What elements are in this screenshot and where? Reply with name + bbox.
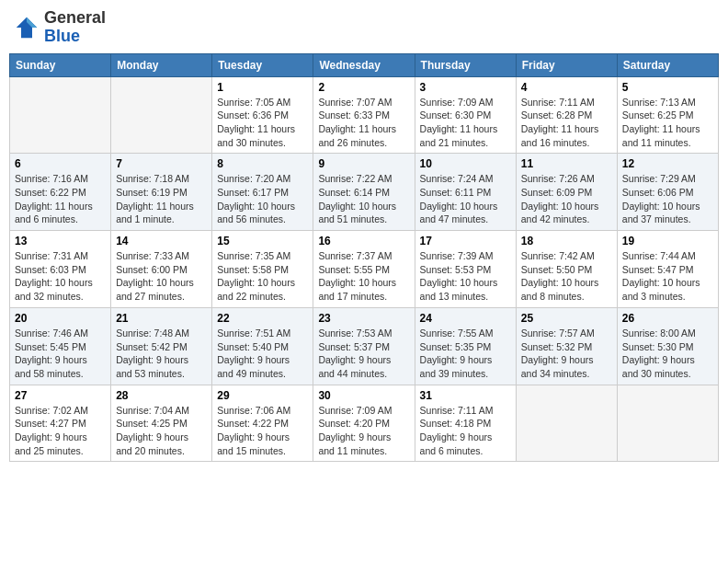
- logo-general: General: [44, 8, 106, 27]
- day-info: Sunrise: 7:24 AM Sunset: 6:11 PM Dayligh…: [420, 172, 511, 226]
- calendar-week-row: 27Sunrise: 7:02 AM Sunset: 4:27 PM Dayli…: [10, 385, 719, 462]
- day-number: 21: [116, 312, 207, 325]
- day-header-thursday: Thursday: [415, 53, 516, 76]
- calendar-header-row: SundayMondayTuesdayWednesdayThursdayFrid…: [10, 53, 719, 76]
- day-number: 24: [420, 312, 511, 325]
- day-number: 19: [622, 235, 713, 247]
- day-info: Sunrise: 7:35 AM Sunset: 5:58 PM Dayligh…: [217, 249, 308, 304]
- calendar-week-row: 6Sunrise: 7:16 AM Sunset: 6:22 PM Daylig…: [10, 154, 719, 231]
- day-info: Sunrise: 7:18 AM Sunset: 6:19 PM Dayligh…: [116, 172, 207, 226]
- calendar-cell: 18Sunrise: 7:42 AM Sunset: 5:50 PM Dayli…: [516, 231, 617, 308]
- day-info: Sunrise: 7:11 AM Sunset: 6:28 PM Dayligh…: [521, 96, 612, 150]
- day-info: Sunrise: 7:33 AM Sunset: 6:00 PM Dayligh…: [116, 249, 207, 304]
- day-info: Sunrise: 8:00 AM Sunset: 5:30 PM Dayligh…: [622, 327, 713, 381]
- calendar-cell: 19Sunrise: 7:44 AM Sunset: 5:47 PM Dayli…: [617, 231, 718, 308]
- calendar-cell: 10Sunrise: 7:24 AM Sunset: 6:11 PM Dayli…: [415, 154, 516, 231]
- day-number: 4: [521, 81, 612, 94]
- day-number: 30: [318, 389, 409, 402]
- calendar-week-row: 1Sunrise: 7:05 AM Sunset: 6:36 PM Daylig…: [10, 76, 719, 154]
- day-info: Sunrise: 7:22 AM Sunset: 6:14 PM Dayligh…: [318, 172, 409, 226]
- calendar-cell: 8Sunrise: 7:20 AM Sunset: 6:17 PM Daylig…: [212, 154, 313, 231]
- day-number: 2: [318, 81, 409, 94]
- day-info: Sunrise: 7:06 AM Sunset: 4:22 PM Dayligh…: [217, 404, 308, 458]
- day-number: 16: [318, 235, 409, 247]
- logo-icon: [13, 14, 40, 41]
- day-number: 11: [521, 157, 612, 170]
- day-header-wednesday: Wednesday: [313, 53, 415, 76]
- day-info: Sunrise: 7:05 AM Sunset: 6:36 PM Dayligh…: [217, 96, 308, 150]
- calendar-cell: 13Sunrise: 7:31 AM Sunset: 6:03 PM Dayli…: [10, 231, 111, 308]
- day-info: Sunrise: 7:42 AM Sunset: 5:50 PM Dayligh…: [521, 249, 612, 304]
- logo: General Blue: [13, 9, 106, 46]
- day-info: Sunrise: 7:11 AM Sunset: 4:18 PM Dayligh…: [420, 404, 511, 458]
- day-number: 3: [420, 81, 511, 94]
- calendar-cell: 25Sunrise: 7:57 AM Sunset: 5:32 PM Dayli…: [516, 307, 617, 385]
- calendar-cell: 11Sunrise: 7:26 AM Sunset: 6:09 PM Dayli…: [516, 154, 617, 231]
- day-header-sunday: Sunday: [10, 53, 111, 76]
- day-info: Sunrise: 7:39 AM Sunset: 5:53 PM Dayligh…: [420, 249, 511, 304]
- day-info: Sunrise: 7:02 AM Sunset: 4:27 PM Dayligh…: [15, 404, 106, 458]
- day-info: Sunrise: 7:07 AM Sunset: 6:33 PM Dayligh…: [318, 96, 409, 150]
- calendar-cell: 3Sunrise: 7:09 AM Sunset: 6:30 PM Daylig…: [415, 76, 516, 154]
- day-number: 18: [521, 235, 612, 247]
- day-number: 1: [217, 81, 308, 94]
- day-number: 8: [217, 157, 308, 170]
- day-number: 28: [116, 389, 207, 402]
- calendar-cell: 5Sunrise: 7:13 AM Sunset: 6:25 PM Daylig…: [617, 76, 718, 154]
- calendar-cell: 2Sunrise: 7:07 AM Sunset: 6:33 PM Daylig…: [313, 76, 415, 154]
- day-info: Sunrise: 7:16 AM Sunset: 6:22 PM Dayligh…: [15, 172, 106, 226]
- day-info: Sunrise: 7:13 AM Sunset: 6:25 PM Dayligh…: [622, 96, 713, 150]
- calendar-cell: 21Sunrise: 7:48 AM Sunset: 5:42 PM Dayli…: [111, 307, 212, 385]
- day-number: 26: [622, 312, 713, 325]
- calendar-cell: [10, 76, 111, 154]
- calendar-cell: 29Sunrise: 7:06 AM Sunset: 4:22 PM Dayli…: [212, 385, 313, 462]
- calendar-cell: 17Sunrise: 7:39 AM Sunset: 5:53 PM Dayli…: [415, 231, 516, 308]
- day-info: Sunrise: 7:26 AM Sunset: 6:09 PM Dayligh…: [521, 172, 612, 226]
- logo-text: General Blue: [44, 9, 106, 46]
- calendar-cell: [617, 385, 718, 462]
- day-number: 15: [217, 235, 308, 247]
- day-header-friday: Friday: [516, 53, 617, 76]
- page-header: General Blue: [9, 9, 719, 46]
- calendar-cell: 20Sunrise: 7:46 AM Sunset: 5:45 PM Dayli…: [10, 307, 111, 385]
- day-info: Sunrise: 7:48 AM Sunset: 5:42 PM Dayligh…: [116, 327, 207, 381]
- day-number: 5: [622, 81, 713, 94]
- calendar-cell: [516, 385, 617, 462]
- calendar-cell: 16Sunrise: 7:37 AM Sunset: 5:55 PM Dayli…: [313, 231, 415, 308]
- calendar-cell: 4Sunrise: 7:11 AM Sunset: 6:28 PM Daylig…: [516, 76, 617, 154]
- day-info: Sunrise: 7:51 AM Sunset: 5:40 PM Dayligh…: [217, 327, 308, 381]
- day-number: 23: [318, 312, 409, 325]
- day-info: Sunrise: 7:55 AM Sunset: 5:35 PM Dayligh…: [420, 327, 511, 381]
- day-header-monday: Monday: [111, 53, 212, 76]
- day-info: Sunrise: 7:44 AM Sunset: 5:47 PM Dayligh…: [622, 249, 713, 304]
- calendar-cell: 14Sunrise: 7:33 AM Sunset: 6:00 PM Dayli…: [111, 231, 212, 308]
- day-info: Sunrise: 7:57 AM Sunset: 5:32 PM Dayligh…: [521, 327, 612, 381]
- logo-blue: Blue: [44, 27, 80, 45]
- calendar-cell: 6Sunrise: 7:16 AM Sunset: 6:22 PM Daylig…: [10, 154, 111, 231]
- calendar-week-row: 20Sunrise: 7:46 AM Sunset: 5:45 PM Dayli…: [10, 307, 719, 385]
- day-info: Sunrise: 7:09 AM Sunset: 6:30 PM Dayligh…: [420, 96, 511, 150]
- calendar-cell: 7Sunrise: 7:18 AM Sunset: 6:19 PM Daylig…: [111, 154, 212, 231]
- day-number: 6: [15, 157, 106, 170]
- day-number: 17: [420, 235, 511, 247]
- day-info: Sunrise: 7:29 AM Sunset: 6:06 PM Dayligh…: [622, 172, 713, 226]
- day-info: Sunrise: 7:31 AM Sunset: 6:03 PM Dayligh…: [15, 249, 106, 304]
- day-number: 20: [15, 312, 106, 325]
- calendar-cell: 9Sunrise: 7:22 AM Sunset: 6:14 PM Daylig…: [313, 154, 415, 231]
- day-info: Sunrise: 7:04 AM Sunset: 4:25 PM Dayligh…: [116, 404, 207, 458]
- calendar-cell: 27Sunrise: 7:02 AM Sunset: 4:27 PM Dayli…: [10, 385, 111, 462]
- day-number: 29: [217, 389, 308, 402]
- day-number: 10: [420, 157, 511, 170]
- day-info: Sunrise: 7:37 AM Sunset: 5:55 PM Dayligh…: [318, 249, 409, 304]
- calendar-cell: 1Sunrise: 7:05 AM Sunset: 6:36 PM Daylig…: [212, 76, 313, 154]
- day-header-saturday: Saturday: [617, 53, 718, 76]
- day-number: 7: [116, 157, 207, 170]
- day-number: 9: [318, 157, 409, 170]
- calendar-cell: 23Sunrise: 7:53 AM Sunset: 5:37 PM Dayli…: [313, 307, 415, 385]
- calendar-cell: 26Sunrise: 8:00 AM Sunset: 5:30 PM Dayli…: [617, 307, 718, 385]
- calendar-week-row: 13Sunrise: 7:31 AM Sunset: 6:03 PM Dayli…: [10, 231, 719, 308]
- calendar-cell: 28Sunrise: 7:04 AM Sunset: 4:25 PM Dayli…: [111, 385, 212, 462]
- day-number: 22: [217, 312, 308, 325]
- calendar-cell: 31Sunrise: 7:11 AM Sunset: 4:18 PM Dayli…: [415, 385, 516, 462]
- day-number: 27: [15, 389, 106, 402]
